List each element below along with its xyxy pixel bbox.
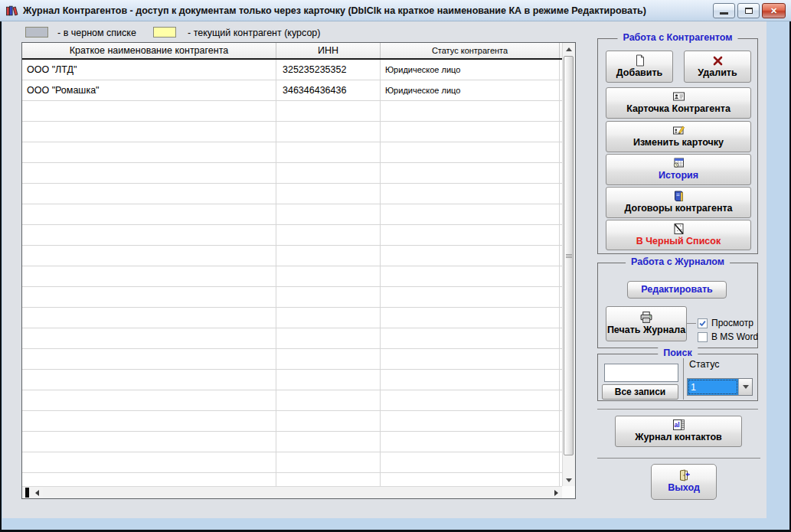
checkbox-preview[interactable]: Просмотр (698, 318, 753, 328)
table-row-empty[interactable] (22, 163, 562, 184)
cell-name[interactable]: ООО "ЛТД" (22, 60, 276, 80)
search-input[interactable] (604, 364, 678, 382)
table-row-empty[interactable] (22, 287, 562, 308)
table-row-empty[interactable] (22, 370, 562, 390)
book-icon (672, 190, 685, 202)
cell-status[interactable]: Юридическое лицо (381, 80, 560, 100)
contracts-button-label: Договоры контрагента (624, 203, 732, 215)
column-header-name[interactable]: Краткое наименование контрагента (22, 43, 276, 58)
blacklist-button[interactable]: В Черный Список (606, 220, 751, 250)
edit-card-button-label: Изменить карточку (633, 137, 724, 149)
cell-name[interactable]: ООО "Ромашка" (22, 80, 276, 100)
page-strike-icon (672, 223, 685, 235)
column-header-inn[interactable]: ИНН (276, 43, 381, 58)
table-row-empty[interactable] (22, 308, 562, 328)
history-button[interactable]: История (606, 154, 751, 185)
contragents-grid: Краткое наименование контрагента ИНН Ста… (21, 42, 576, 499)
checkbox-msword-box[interactable] (698, 332, 708, 342)
table-row[interactable]: ООО "ЛТД" 325235235352 Юридическое лицо (22, 60, 562, 80)
contracts-button[interactable]: Договоры контрагента (606, 187, 751, 218)
group-search-title: Поиск (658, 348, 698, 358)
close-button[interactable]: ✕ (762, 3, 786, 18)
books-icon (5, 4, 18, 17)
cell-inn[interactable]: 346346436436 (276, 80, 381, 100)
status-label: Статус (689, 359, 720, 370)
table-row-empty[interactable] (22, 204, 562, 225)
printer-icon (639, 311, 654, 324)
arrow-left-icon (35, 490, 39, 496)
status-combobox-value[interactable]: 1 (688, 379, 738, 395)
vertical-scrollbar[interactable] (562, 43, 575, 486)
group-journal-title: Работа с Журналом (626, 256, 730, 267)
contragent-card-button[interactable]: Карточка Контрагента (606, 87, 751, 119)
client-area: - в черном списке - текущий контрагент (… (2, 21, 766, 518)
svg-text:al: al (674, 421, 679, 429)
separator-line (597, 409, 758, 410)
check-icon (698, 319, 707, 328)
arrow-right-icon (554, 490, 558, 496)
edit-mode-button[interactable]: Редактировать (627, 281, 727, 299)
table-row-empty[interactable] (22, 349, 562, 370)
scroll-up-button[interactable] (563, 43, 575, 55)
print-connector-line (687, 323, 696, 324)
horizontal-scrollbar-thumb[interactable] (25, 488, 29, 498)
scrollbar-corner (562, 486, 575, 498)
checkbox-msword-label: В MS Word (711, 331, 758, 342)
table-row-empty[interactable] (22, 101, 562, 122)
scroll-down-button[interactable] (563, 474, 575, 486)
delete-button-label: Удалить (698, 67, 737, 80)
table-row-empty[interactable] (22, 432, 562, 452)
edit-card-button[interactable]: Изменить карточку (606, 121, 751, 152)
exit-button[interactable]: Выход (651, 464, 717, 500)
window-title: Журнал Контрагентов - доступ к документа… (23, 5, 646, 16)
minimize-button[interactable] (713, 3, 735, 18)
blacklist-color-swatch (25, 27, 48, 38)
table-row-empty[interactable] (22, 411, 562, 432)
table-row-empty[interactable] (22, 473, 562, 486)
scroll-left-button[interactable] (31, 487, 43, 498)
table-row-empty[interactable] (22, 266, 562, 287)
vertical-scrollbar-thumb[interactable] (564, 56, 574, 455)
table-row-empty[interactable] (22, 390, 562, 411)
exit-button-label: Выход (668, 482, 700, 494)
cell-status[interactable]: Юридическое лицо (381, 60, 560, 80)
current-legend-label: - текущий контрагент (курсор) (188, 28, 320, 38)
table-row-empty[interactable] (22, 452, 562, 473)
maximize-icon (745, 8, 753, 14)
status-combobox-dropdown-button[interactable] (738, 379, 752, 395)
status-combobox[interactable]: 1 (687, 378, 753, 396)
delete-button[interactable]: Удалить (684, 51, 751, 83)
address-list-icon: al (672, 419, 686, 431)
scroll-right-button[interactable] (550, 487, 562, 498)
table-row-empty[interactable] (22, 122, 562, 142)
table-row-empty[interactable] (22, 246, 562, 266)
column-header-status[interactable]: Статус контрагента (381, 43, 560, 58)
all-records-button[interactable]: Все записи (602, 384, 678, 400)
table-row[interactable]: ООО "Ромашка" 346346436436 Юридическое л… (22, 80, 562, 101)
search-divider (683, 358, 684, 400)
chevron-down-icon (743, 385, 749, 389)
checkbox-msword[interactable]: В MS Word (698, 331, 758, 342)
contacts-journal-button-label: Журнал контактов (635, 432, 722, 444)
contacts-journal-button[interactable]: al Журнал контактов (615, 416, 742, 447)
add-button[interactable]: Добавить (606, 51, 673, 83)
print-journal-button[interactable]: Печать Журнала (606, 306, 687, 341)
contact-card-icon (672, 90, 685, 103)
table-row-empty[interactable] (22, 184, 562, 204)
new-document-icon (633, 54, 646, 67)
current-color-swatch (153, 27, 176, 38)
table-row-empty[interactable] (22, 225, 562, 246)
checkbox-preview-box[interactable] (698, 318, 708, 328)
edit-mode-button-label: Редактировать (641, 284, 712, 296)
red-x-icon (711, 54, 724, 67)
thumb-grip-icon (566, 256, 572, 256)
horizontal-scrollbar[interactable] (22, 486, 562, 498)
title-bar[interactable]: Журнал Контрагентов - доступ к документа… (0, 0, 791, 21)
grid-empty-rows (22, 101, 562, 486)
table-row-empty[interactable] (22, 142, 562, 163)
table-row-empty[interactable] (22, 328, 562, 349)
add-button-label: Добавить (616, 67, 663, 80)
card-pencil-icon (672, 124, 685, 136)
cell-inn[interactable]: 325235235352 (276, 60, 381, 80)
maximize-button[interactable] (737, 3, 760, 18)
